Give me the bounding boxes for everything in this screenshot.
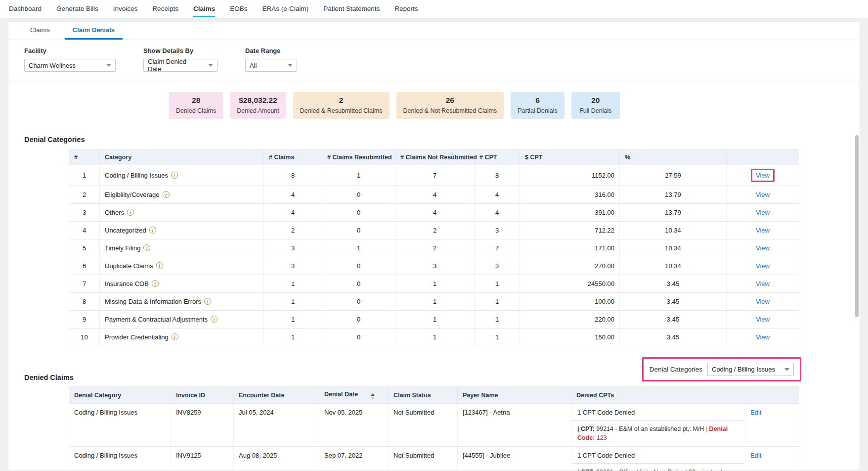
nav-item-generate-bills[interactable]: Generate Bills [56, 0, 98, 17]
view-link[interactable]: View [756, 209, 770, 216]
claims-not-resubmitted-count: 1 [395, 311, 475, 329]
table-row: 2Eligibility/Coveragei4044316.0013.79Vie… [69, 186, 799, 204]
info-icon[interactable]: i [163, 191, 170, 198]
vertical-scrollbar[interactable] [855, 135, 859, 317]
denial-categories-filter-select[interactable]: Coding / Billing Issues [707, 363, 794, 376]
nav-item-patient-statements[interactable]: Patient Statements [323, 0, 380, 17]
claims-not-resubmitted-count: 4 [395, 204, 475, 222]
subtab-bar: ClaimsClaim Denials [8, 22, 860, 40]
percentage: 3.45 [620, 311, 727, 329]
claims-count: 1 [264, 293, 322, 311]
tab-claim-denials[interactable]: Claim Denials [65, 22, 123, 40]
view-cell: View [727, 239, 799, 257]
encounter-date-cell: Aug 08, 2025 [234, 447, 319, 471]
cpt-amount: 316.00 [520, 186, 620, 204]
tab-claims[interactable]: Claims [22, 22, 58, 40]
category-name: Eligibility/Coverage [105, 191, 160, 198]
category-cell: Othersi [100, 204, 264, 222]
sort-icon[interactable] [371, 393, 375, 399]
view-link-wrap: View [752, 279, 773, 289]
summary-card: 26Denied & Not Resubmitted Claims [396, 92, 504, 119]
view-link[interactable]: View [756, 298, 770, 305]
nav-item-reports[interactable]: Reports [394, 0, 418, 17]
category-name: Timely Filing [105, 244, 140, 252]
summary-card-value: 26 [403, 96, 497, 105]
edit-link[interactable]: Edit [750, 409, 761, 416]
denied-cpts-cell: 1 CPT Code Denied| CPT: 99214 - E&M of a… [571, 404, 745, 447]
column-header: Encounter Date [234, 387, 319, 404]
top-navigation: DashboardGenerate BillsInvoicesReceiptsC… [0, 0, 868, 18]
nav-item-eras-e-claim-[interactable]: ERAs (e-Claim) [262, 0, 308, 17]
column-header [727, 150, 799, 165]
cpt-count: 3 [475, 257, 520, 275]
view-link[interactable]: View [756, 244, 770, 252]
info-icon[interactable]: i [143, 244, 150, 251]
nav-item-claims[interactable]: Claims [193, 0, 215, 17]
view-link[interactable]: View [756, 262, 770, 270]
claims-count: 4 [264, 186, 322, 204]
nav-item-dashboard[interactable]: Dashboard [9, 0, 42, 17]
claims-not-resubmitted-count: 1 [395, 275, 475, 293]
category-cell: Missing Data & Information Errorsi [100, 293, 264, 311]
show-details-select[interactable]: Claim Denied Date [143, 59, 217, 72]
denial-categories-filter-label: Denial Categories [650, 366, 702, 373]
info-icon[interactable]: i [211, 316, 217, 323]
denial-categories-title: Denial Categories [8, 132, 860, 149]
claims-count: 4 [264, 204, 322, 222]
claims-count: 2 [264, 222, 322, 239]
denial-categories-filter-highlight: Denial Categories Coding / Billing Issue… [642, 357, 801, 381]
claim-status-cell: Not Submitted [389, 404, 458, 447]
view-link[interactable]: View [756, 333, 770, 341]
info-icon[interactable]: i [172, 333, 178, 340]
info-icon[interactable]: i [171, 172, 178, 179]
row-number: 3 [69, 204, 100, 222]
view-cell: View [727, 204, 799, 222]
category-cell: Timely Filingi [100, 239, 264, 257]
chevron-down-icon [208, 64, 213, 67]
info-icon[interactable]: i [156, 262, 163, 269]
filters-row: Facility Charm Wellness Show Details By … [8, 40, 860, 82]
view-link-wrap: View [752, 207, 773, 218]
row-number: 9 [69, 311, 100, 329]
claims-resubmitted-count: 0 [322, 275, 395, 293]
table-row: 3Othersi4044391.0013.79View [69, 204, 799, 222]
facility-select[interactable]: Charm Wellness [24, 59, 116, 72]
cpt-amount: 24550.00 [520, 275, 620, 293]
edit-link[interactable]: Edit [750, 452, 761, 459]
denial-categories-body: 1Coding / Billing Issuesi81781152.0027.5… [69, 165, 799, 346]
summary-card-label: Denied Claims [176, 107, 216, 114]
cpt-amount: 150.00 [520, 329, 620, 346]
cpt-count: 1 [475, 275, 520, 293]
info-icon[interactable]: i [204, 298, 211, 305]
view-link[interactable]: View [756, 172, 770, 179]
date-range-filter: Date Range All [245, 47, 297, 72]
info-icon[interactable]: i [152, 280, 159, 287]
percentage: 3.45 [620, 329, 727, 346]
claims-count: 1 [264, 329, 322, 346]
denial-categories-table: #Category# Claims# Claims Resubmitted# C… [69, 149, 799, 346]
view-link[interactable]: View [756, 191, 770, 198]
info-icon[interactable]: i [127, 209, 134, 216]
nav-item-invoices[interactable]: Invoices [113, 0, 138, 17]
category-cell: Uncategorizedi [100, 222, 264, 239]
row-number: 10 [69, 329, 100, 346]
cpt-amount: 100.00 [520, 293, 620, 311]
info-icon[interactable]: i [149, 227, 156, 234]
summary-card-label: Full Denials [578, 107, 613, 114]
cpt-count: 4 [475, 204, 520, 222]
percentage: 13.79 [620, 204, 727, 222]
view-link[interactable]: View [756, 316, 770, 323]
category-cell: Eligibility/Coveragei [100, 186, 264, 204]
nav-item-receipts[interactable]: Receipts [152, 0, 178, 17]
claims-count: 8 [264, 165, 322, 186]
table-row: Coding / Billing IssuesINV9125Aug 08, 20… [69, 447, 799, 471]
claims-resubmitted-count: 0 [322, 257, 395, 275]
row-number: 8 [69, 293, 100, 311]
category-name: Duplicate Claims [105, 262, 153, 270]
view-link[interactable]: View [756, 227, 770, 234]
column-header: Category [100, 150, 264, 165]
nav-item-eobs[interactable]: EOBs [230, 0, 247, 17]
cpt-count: 3 [475, 222, 520, 239]
date-range-select[interactable]: All [245, 59, 297, 72]
view-link[interactable]: View [756, 280, 770, 287]
